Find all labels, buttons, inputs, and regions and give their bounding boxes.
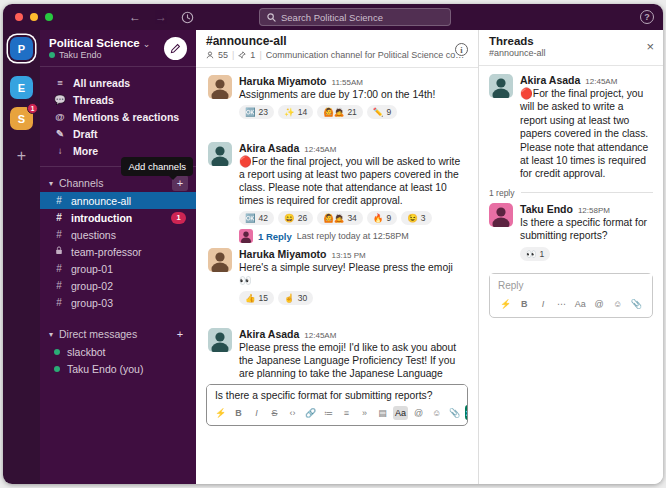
new-message-button[interactable] bbox=[164, 37, 187, 60]
channel-item-group-01[interactable]: #group-01 bbox=[40, 260, 196, 277]
close-icon[interactable]: × bbox=[646, 40, 654, 53]
thread-reply-message[interactable]: Taku Endo 12:58PM Is there a specific fo… bbox=[489, 203, 653, 262]
channel-item-introduction[interactable]: #introduction1 bbox=[40, 209, 196, 226]
bullet-list-icon[interactable]: ≡ bbox=[339, 406, 354, 420]
channel-topic[interactable]: Communication channel for Political Scie… bbox=[266, 50, 468, 60]
zoom-window-button[interactable] bbox=[45, 13, 53, 21]
dm-item-taku-endo-you-[interactable]: Taku Endo (you) bbox=[40, 360, 196, 377]
message[interactable]: Akira Asada 12:45AM 🔴For the final proje… bbox=[196, 139, 478, 245]
ellipsis-icon[interactable]: ⋯ bbox=[554, 297, 569, 311]
message[interactable]: Haruka Miyamoto 11:55AM Assignments are … bbox=[196, 72, 478, 139]
sidebar-item-mentions-reactions[interactable]: @Mentions & reactions bbox=[40, 108, 196, 125]
reaction-emoji-icon: 😄 bbox=[284, 213, 295, 223]
add-dm-button[interactable]: + bbox=[172, 326, 188, 342]
message-composer[interactable]: ⚡BIS‹›🔗≔≡»▤Aa@☺📎➤ bbox=[206, 384, 468, 426]
reaction-pill[interactable]: 🆗42 bbox=[239, 211, 274, 225]
channel-item-team-professor[interactable]: team-professor bbox=[40, 243, 196, 260]
bold-icon[interactable]: B bbox=[231, 406, 246, 420]
minimize-window-button[interactable] bbox=[30, 13, 38, 21]
reaction-pill[interactable]: 👍15 bbox=[239, 291, 274, 305]
italic-icon[interactable]: I bbox=[249, 406, 264, 420]
forward-icon[interactable]: → bbox=[155, 10, 167, 24]
sidebar-item-threads[interactable]: 💬Threads bbox=[40, 91, 196, 108]
reply-avatar bbox=[239, 309, 253, 323]
avatar[interactable] bbox=[489, 203, 513, 227]
reaction-pill[interactable]: 🙆🙇21 bbox=[317, 105, 363, 119]
dms-section-header[interactable]: ▾ Direct messages + bbox=[40, 325, 196, 343]
message[interactable]: Akira Asada 12:45AM Please press the emo… bbox=[196, 325, 478, 380]
sidebar-item-all-unreads[interactable]: ≡All unreads bbox=[40, 74, 196, 91]
message-author[interactable]: Akira Asada bbox=[239, 142, 299, 154]
message-author[interactable]: Akira Asada bbox=[520, 74, 580, 86]
pin-count[interactable]: 1 bbox=[250, 50, 255, 60]
thread-reply-bar[interactable]: 1 Reply Last reply today at 12:58PM bbox=[239, 229, 466, 243]
channel-info-icon[interactable]: i bbox=[455, 43, 468, 56]
link-icon[interactable]: 🔗 bbox=[303, 406, 318, 420]
workspace-menu[interactable]: Political Science⌄ bbox=[49, 37, 164, 49]
reaction-pill[interactable]: 😄26 bbox=[278, 211, 313, 225]
message-author[interactable]: Akira Asada bbox=[239, 328, 299, 340]
channel-item-group-02[interactable]: #group-02 bbox=[40, 277, 196, 294]
avatar[interactable] bbox=[489, 74, 513, 98]
strike-icon[interactable]: S bbox=[267, 406, 282, 420]
message-input[interactable] bbox=[207, 385, 467, 403]
thread-reply-bar[interactable] bbox=[239, 123, 466, 137]
attach-icon[interactable]: 📎 bbox=[447, 406, 462, 420]
workspace-e-icon[interactable]: E bbox=[10, 76, 33, 99]
avatar[interactable] bbox=[208, 75, 232, 99]
channel-item-announce-all[interactable]: #announce-all bbox=[40, 192, 196, 209]
avatar[interactable] bbox=[208, 248, 232, 272]
channel-item-group-03[interactable]: #group-03 bbox=[40, 294, 196, 311]
reply-input[interactable] bbox=[490, 274, 652, 294]
reaction-pill[interactable]: 🔥9 bbox=[367, 211, 397, 225]
help-icon[interactable]: ? bbox=[640, 10, 654, 24]
channel-item-questions[interactable]: #questions bbox=[40, 226, 196, 243]
ordered-list-icon[interactable]: ≔ bbox=[321, 406, 336, 420]
italic-icon[interactable]: I bbox=[535, 297, 550, 311]
code-icon[interactable]: ‹› bbox=[285, 406, 300, 420]
history-clock-icon[interactable] bbox=[181, 11, 194, 24]
reply-count-link[interactable]: 1 Reply bbox=[258, 231, 292, 242]
shortcuts-icon[interactable]: ⚡ bbox=[498, 297, 513, 311]
emoji-icon[interactable]: ☺ bbox=[429, 406, 444, 420]
sidebar-item-draft[interactable]: ✎Draft bbox=[40, 125, 196, 142]
message-author[interactable]: Taku Endo bbox=[520, 203, 573, 215]
shortcuts-icon[interactable]: ⚡ bbox=[213, 406, 228, 420]
attach-icon[interactable]: 📎 bbox=[629, 297, 644, 311]
more-icon: ↓ bbox=[54, 145, 66, 156]
back-icon[interactable]: ← bbox=[129, 10, 141, 24]
reaction-pill[interactable]: 😉3 bbox=[401, 211, 431, 225]
reaction-pill[interactable]: 👀 1 bbox=[520, 247, 550, 261]
workspace-s-icon[interactable]: S1 bbox=[10, 107, 33, 130]
thread-root-message[interactable]: Akira Asada 12:45AM 🔴For the final proje… bbox=[489, 74, 653, 181]
add-workspace-button[interactable]: + bbox=[10, 144, 33, 167]
reaction-pill[interactable]: ✏️9 bbox=[367, 105, 397, 119]
mention-icon[interactable]: @ bbox=[411, 406, 426, 420]
thread-reply-bar[interactable] bbox=[239, 309, 466, 323]
format-icon[interactable]: Aa bbox=[573, 297, 588, 311]
avatar[interactable] bbox=[208, 328, 232, 352]
dm-item-slackbot[interactable]: slackbot bbox=[40, 343, 196, 360]
close-window-button[interactable] bbox=[15, 13, 23, 21]
code-block-icon[interactable]: ▤ bbox=[375, 406, 390, 420]
message[interactable]: Haruka Miyamoto 13:15 PM Here's a simple… bbox=[196, 245, 478, 325]
message-author[interactable]: Haruka Miyamoto bbox=[239, 248, 327, 260]
reaction-pill[interactable]: ✨14 bbox=[278, 105, 313, 119]
reaction-pill[interactable]: ☝️30 bbox=[278, 291, 313, 305]
format-icon[interactable]: Aa bbox=[393, 406, 408, 420]
channel-title[interactable]: #announce-all bbox=[206, 34, 468, 48]
reaction-pill[interactable]: 🆗23 bbox=[239, 105, 274, 119]
blockquote-icon[interactable]: » bbox=[357, 406, 372, 420]
member-count[interactable]: 55 bbox=[218, 50, 228, 60]
message-author[interactable]: Haruka Miyamoto bbox=[239, 75, 327, 87]
search-input[interactable] bbox=[281, 12, 443, 23]
emoji-icon[interactable]: ☺ bbox=[610, 297, 625, 311]
workspace-p-icon[interactable]: P bbox=[10, 37, 33, 60]
mention-icon[interactable]: @ bbox=[592, 297, 607, 311]
bold-icon[interactable]: B bbox=[517, 297, 532, 311]
search-bar[interactable] bbox=[259, 8, 451, 26]
avatar[interactable] bbox=[208, 142, 232, 166]
send-button[interactable]: ➤ bbox=[465, 405, 468, 420]
reply-composer[interactable]: ⚡BI⋯Aa@☺📎 bbox=[489, 273, 653, 318]
reaction-pill[interactable]: 🙆🙇34 bbox=[317, 211, 363, 225]
